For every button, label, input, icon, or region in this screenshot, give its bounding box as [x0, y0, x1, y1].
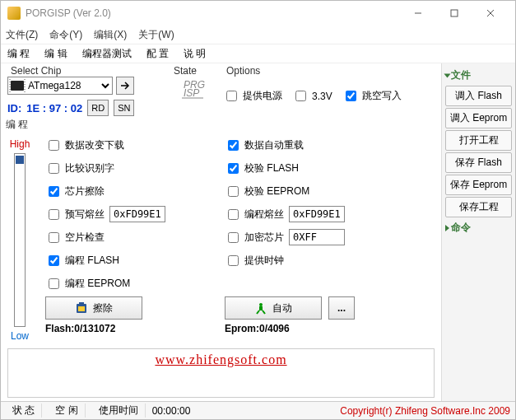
- rd-button[interactable]: RD: [87, 100, 109, 116]
- statusbar: 状 态 空 闲 使用时间 00:00:00 Copyright(r) Zhife…: [1, 401, 515, 419]
- svg-rect-1: [451, 10, 458, 16]
- side-button-3[interactable]: 保存 Flash: [445, 152, 512, 173]
- left-option-1[interactable]: 比较识别字: [45, 161, 114, 176]
- state-group: State PRG ISP: [170, 67, 216, 116]
- select-chip-group: Select Chip ATmega128 ID: 1E : 97 : 02 R…: [7, 67, 164, 116]
- commands-section-header[interactable]: 命令: [445, 219, 512, 236]
- select-chip-label: Select Chip: [11, 65, 61, 77]
- titlebar: PORGISP (Ver 2.0): [1, 1, 515, 26]
- toolbar: 编 程 编 辑 编程器测试 配 置 说 明: [1, 44, 515, 63]
- menu-edit[interactable]: 编辑(X): [94, 28, 127, 42]
- side-button-5[interactable]: 保存工程: [445, 197, 512, 217]
- power-checkbox[interactable]: 提供电源: [223, 88, 282, 104]
- close-button[interactable]: [472, 2, 509, 25]
- website-link[interactable]: www.zhifengsoft.com: [155, 352, 286, 367]
- right-option-4[interactable]: 加密芯片: [225, 230, 284, 245]
- status-label: 状 态: [6, 404, 42, 418]
- status-idle: 空 闲: [49, 404, 85, 418]
- app-icon: [7, 7, 21, 20]
- maximize-button[interactable]: [436, 2, 472, 25]
- prg-isp-icon: PRG ISP: [180, 80, 207, 105]
- left-option-0[interactable]: 数据改变下载: [45, 138, 124, 153]
- erase-button[interactable]: 擦除: [45, 296, 142, 320]
- skip-checkbox[interactable]: 跳空写入: [342, 88, 402, 104]
- svg-line-12: [257, 310, 259, 314]
- programming-title: 编 程: [1, 116, 441, 135]
- minimize-button[interactable]: [400, 2, 436, 25]
- left-option-3[interactable]: 预写熔丝: [45, 207, 105, 222]
- menu-about[interactable]: 关于(W): [138, 28, 174, 42]
- status-time: 00:00:00: [152, 405, 191, 417]
- menu-file[interactable]: 文件(Z): [6, 28, 38, 42]
- svg-rect-9: [78, 306, 85, 311]
- side-button-1[interactable]: 调入 Eeprom: [445, 108, 512, 128]
- erase-icon: [75, 301, 88, 315]
- right-option-5[interactable]: 提供时钟: [225, 253, 284, 268]
- right-option-1[interactable]: 校验 FLASH: [225, 161, 299, 176]
- window-title: PORGISP (Ver 2.0): [26, 7, 400, 19]
- flash-status: Flash:0/131072: [45, 323, 210, 334]
- left-option-2[interactable]: 芯片擦除: [45, 184, 105, 199]
- options-group: Options 提供电源 3.3V 跳空写入: [223, 67, 435, 116]
- side-button-4[interactable]: 保存 Eeprom: [445, 175, 512, 195]
- svg-line-13: [263, 310, 265, 314]
- sn-button[interactable]: SN: [114, 100, 134, 116]
- side-button-0[interactable]: 调入 Flash: [445, 86, 512, 106]
- tab-help[interactable]: 说 明: [180, 45, 209, 63]
- svg-text:ISP: ISP: [184, 87, 199, 99]
- options-label: Options: [226, 65, 260, 77]
- side-button-2[interactable]: 打开工程: [445, 130, 512, 151]
- right-value-4[interactable]: [289, 229, 345, 245]
- gauge-high-label: High: [10, 138, 30, 150]
- right-value-3[interactable]: [289, 206, 345, 222]
- right-option-0[interactable]: 数据自动重载: [225, 138, 304, 153]
- eprom-status: Eprom:0/4096: [225, 323, 389, 334]
- right-option-3[interactable]: 编程熔丝: [225, 207, 284, 222]
- id-label: ID:: [7, 102, 21, 114]
- chevron-right-icon: [445, 225, 449, 231]
- id-value: 1E : 97 : 02: [26, 102, 82, 114]
- chip-icon: [11, 81, 24, 91]
- gauge-low-label: Low: [11, 330, 29, 342]
- tab-test[interactable]: 编程器测试: [79, 45, 135, 63]
- svg-rect-8: [79, 302, 84, 305]
- files-section-header[interactable]: 文件: [445, 67, 512, 84]
- left-value-3[interactable]: [109, 206, 165, 222]
- svg-rect-11: [259, 306, 263, 310]
- status-time-label: 使用时间: [92, 404, 146, 418]
- gauge-bar[interactable]: [14, 153, 26, 327]
- menubar: 文件(Z) 命令(Y) 编辑(X) 关于(W): [1, 26, 515, 44]
- state-label: State: [174, 65, 197, 77]
- chevron-down-icon: [444, 73, 451, 77]
- left-option-5[interactable]: 编程 FLASH: [45, 253, 119, 268]
- svg-point-10: [259, 303, 263, 306]
- url-box: www.zhifengsoft.com: [7, 348, 435, 398]
- side-panel: 文件 调入 Flash调入 Eeprom打开工程保存 Flash保存 Eepro…: [441, 63, 515, 401]
- right-option-2[interactable]: 校验 EEPROM: [225, 184, 309, 199]
- more-button[interactable]: ...: [328, 296, 355, 320]
- tab-config[interactable]: 配 置: [143, 45, 172, 63]
- copyright: Copyright(r) Zhifeng Software.Inc 2009: [340, 405, 510, 417]
- chip-go-button[interactable]: [116, 77, 134, 95]
- run-icon: [254, 301, 267, 315]
- v33-checkbox[interactable]: 3.3V: [292, 88, 332, 104]
- left-option-4[interactable]: 空片检查: [45, 230, 105, 245]
- auto-button[interactable]: 自动: [225, 296, 322, 320]
- tab-program[interactable]: 编 程: [4, 45, 33, 63]
- speed-gauge[interactable]: High Low: [7, 135, 32, 345]
- tab-edit[interactable]: 编 辑: [41, 45, 70, 63]
- menu-command[interactable]: 命令(Y): [49, 28, 82, 42]
- left-option-6[interactable]: 编程 EEPROM: [45, 276, 130, 292]
